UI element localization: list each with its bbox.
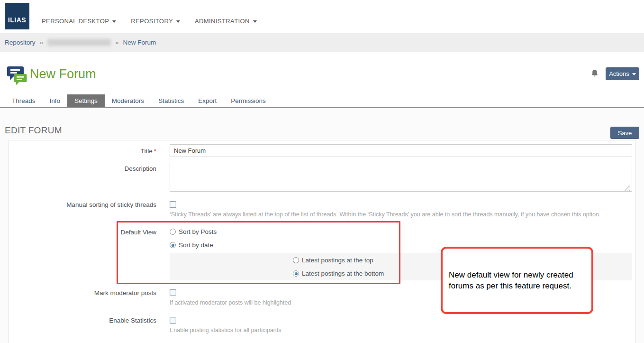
tab-permissions[interactable]: Permissions — [224, 94, 273, 108]
title-input[interactable] — [170, 144, 632, 157]
enable-statistics-help: Enable posting statistics for all partic… — [170, 327, 629, 334]
form-section-title: EDIT FORUM — [5, 125, 62, 136]
breadcrumb-redacted — [47, 39, 111, 46]
manual-sorting-label: Manual sorting of sticky threads — [14, 201, 156, 208]
enable-statistics-label: Enable Statistics — [14, 317, 156, 324]
mark-moderator-checkbox[interactable] — [170, 289, 176, 296]
tab-threads[interactable]: Threads — [5, 94, 43, 108]
radio-selected-icon — [170, 242, 176, 248]
default-view-label: Default View — [14, 229, 156, 236]
description-label: Description — [14, 165, 156, 172]
tab-bar: Threads Info Settings Moderators Statist… — [5, 94, 273, 108]
mark-moderator-label: Mark moderator posts — [14, 289, 156, 297]
manual-sorting-checkbox[interactable] — [170, 201, 176, 208]
caret-down-icon — [253, 20, 257, 23]
radio-latest-postings-top[interactable]: Latest postings at the top — [293, 257, 373, 264]
breadcrumb-separator: » — [40, 39, 44, 46]
breadcrumb: Repository » » New Forum — [0, 33, 644, 52]
caret-down-icon — [112, 20, 116, 23]
radio-sort-by-posts[interactable]: Sort by Posts — [170, 228, 217, 235]
tab-info[interactable]: Info — [43, 94, 68, 108]
radio-label: Sort by date — [179, 241, 213, 249]
radio-latest-postings-bottom[interactable]: Latest postings at the bottom — [293, 270, 384, 277]
radio-label: Latest postings at the bottom — [302, 270, 384, 277]
radio-label: Latest postings at the top — [302, 257, 373, 264]
radio-sort-by-date[interactable]: Sort by date — [170, 241, 213, 249]
annotation-callout: New default view for newly created forum… — [441, 247, 593, 314]
nav-label: PERSONAL DESKTOP — [42, 17, 109, 25]
nav-repository[interactable]: REPOSITORY — [131, 17, 180, 25]
enable-statistics-checkbox[interactable] — [170, 317, 176, 324]
caret-down-icon — [632, 73, 636, 75]
nav-personal-desktop[interactable]: PERSONAL DESKTOP — [42, 17, 116, 25]
tab-settings[interactable]: Settings — [67, 94, 105, 108]
actions-button[interactable]: Actions — [606, 67, 639, 80]
breadcrumb-repository[interactable]: Repository — [5, 39, 36, 46]
annotation-callout-text: New default view for newly created forum… — [449, 269, 585, 291]
ilias-page: ILIAS PERSONAL DESKTOP REPOSITORY ADMINI… — [0, 0, 644, 343]
page-title: New Forum — [30, 67, 96, 82]
radio-selected-icon — [293, 270, 299, 277]
manual-sorting-help: ‘Sticky Threads’ are always listed at th… — [170, 211, 629, 218]
description-textarea[interactable] — [170, 162, 632, 192]
nav-label: REPOSITORY — [131, 17, 173, 25]
radio-label: Sort by Posts — [179, 228, 217, 235]
actions-button-label: Actions — [609, 70, 629, 77]
resize-grip-icon[interactable] — [625, 185, 630, 191]
nav-label: ADMINISTRATION — [195, 17, 250, 25]
breadcrumb-current[interactable]: New Forum — [123, 39, 156, 46]
radio-icon — [170, 229, 176, 235]
tab-moderators[interactable]: Moderators — [105, 94, 151, 108]
radio-icon — [293, 257, 299, 263]
ilias-logo[interactable]: ILIAS — [5, 3, 29, 29]
tab-export[interactable]: Export — [191, 94, 224, 108]
tab-statistics[interactable]: Statistics — [151, 94, 191, 108]
required-marker: * — [154, 148, 156, 155]
notification-bell-icon[interactable] — [590, 69, 599, 78]
caret-down-icon — [176, 20, 180, 23]
title-label: Title* — [14, 148, 156, 155]
title-label-text: Title — [141, 148, 153, 155]
nav-administration[interactable]: ADMINISTRATION — [195, 17, 257, 25]
forum-icon — [7, 65, 27, 88]
save-button[interactable]: Save — [610, 127, 639, 139]
top-navbar: ILIAS PERSONAL DESKTOP REPOSITORY ADMINI… — [0, 0, 644, 33]
breadcrumb-separator: » — [115, 39, 119, 46]
main-menu: PERSONAL DESKTOP REPOSITORY ADMINISTRATI… — [42, 17, 257, 25]
